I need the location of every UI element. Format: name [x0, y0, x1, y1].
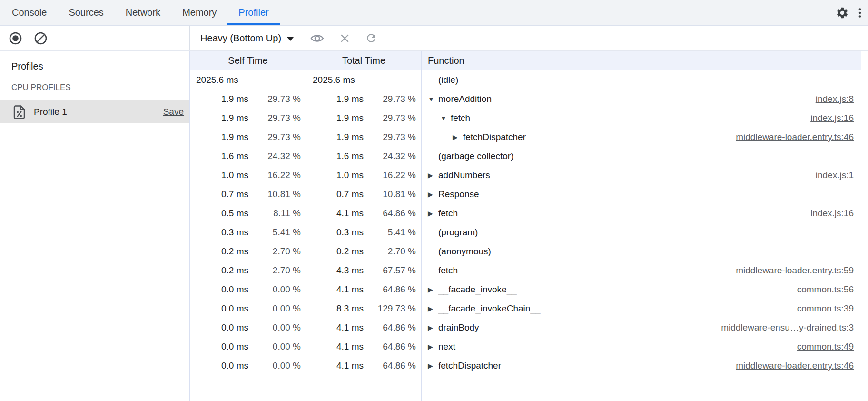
tree-expand-arrow-icon[interactable]: ▶: [428, 191, 438, 198]
tab-sources[interactable]: Sources: [58, 0, 114, 25]
self-time-ms: 0.0 ms: [190, 284, 248, 295]
self-time-percent: 16.22 %: [248, 170, 306, 180]
total-time-ms: 8.3 ms: [306, 303, 364, 314]
record-icon[interactable]: [9, 31, 22, 45]
source-location-link[interactable]: index.js:1: [816, 170, 861, 180]
source-location-link[interactable]: common.ts:56: [797, 284, 861, 295]
self-time-percent: 2.70 %: [248, 246, 306, 257]
table-row[interactable]: 1.9 ms 29.73 % 1.9 ms 29.73 % ▶ fetchDis…: [190, 128, 861, 147]
table-row[interactable]: 2025.6 ms 2025.6 ms (idle): [190, 70, 861, 90]
self-time-cell: 0.7 ms 10.81 %: [190, 185, 306, 204]
function-cell: (idle): [422, 70, 861, 90]
clear-icon[interactable]: [34, 31, 48, 45]
tree-expand-arrow-icon[interactable]: ▶: [428, 286, 438, 293]
table-row[interactable]: 0.0 ms 0.00 % 4.1 ms 64.86 % ▶ __facade_…: [190, 280, 861, 299]
total-time-percent: 64.86 %: [364, 284, 421, 295]
source-location-link[interactable]: index.js:16: [810, 113, 861, 123]
function-name: (idle): [438, 75, 458, 85]
source-location-link[interactable]: common.ts:49: [797, 341, 861, 352]
table-row[interactable]: 0.0 ms 0.00 % 8.3 ms 129.73 % ▶ __facade…: [190, 299, 861, 318]
table-row[interactable]: 0.7 ms 10.81 % 0.7 ms 10.81 % ▶ Response: [190, 185, 861, 204]
total-time-percent: 2.70 %: [364, 246, 421, 257]
tree-expand-arrow-icon[interactable]: ▶: [428, 324, 438, 331]
tab-profiler[interactable]: Profiler: [227, 0, 279, 25]
source-location-link[interactable]: index.js:16: [810, 208, 861, 219]
tree-expand-arrow-icon[interactable]: ▶: [428, 305, 438, 312]
self-time-cell: 1.6 ms 24.32 %: [190, 147, 306, 166]
profile-item-selected[interactable]: Profile 1 Save: [0, 100, 189, 123]
focus-eye-icon[interactable]: [310, 32, 325, 44]
profiler-record-controls: [0, 26, 190, 50]
total-time-percent: 29.73 %: [364, 113, 421, 123]
tab-memory[interactable]: Memory: [171, 0, 227, 25]
function-cell: (program): [422, 223, 861, 242]
function-cell: (anonymous): [422, 242, 861, 261]
profiles-sidebar: Profiles CPU PROFILES Profile 1 Save: [0, 51, 190, 401]
settings-gear-icon[interactable]: [833, 3, 852, 22]
tree-expand-arrow-icon[interactable]: ▶: [428, 362, 438, 369]
cpu-profiles-section-label: CPU PROFILES: [0, 75, 189, 96]
tree-expand-arrow-icon[interactable]: ▶: [453, 134, 463, 140]
tree-expand-arrow-icon[interactable]: ▼: [440, 115, 451, 121]
self-time-ms: 0.0 ms: [190, 341, 248, 352]
function-cell: ▶ next common.ts:49: [422, 337, 861, 356]
table-row[interactable]: 0.0 ms 0.00 % 4.1 ms 64.86 % ▶ drainBody…: [190, 318, 861, 337]
grid-filler: [190, 375, 861, 401]
column-header-self-time[interactable]: Self Time: [190, 51, 306, 70]
self-time-ms: 2025.6 ms: [196, 75, 238, 85]
function-name: next: [438, 341, 455, 352]
source-location-link[interactable]: index.js:8: [816, 94, 861, 104]
total-time-cell: 4.1 ms 64.86 %: [306, 204, 422, 223]
function-cell: ▶ drainBody middleware-ensu…y-drained.ts…: [422, 318, 861, 337]
table-row[interactable]: 0.0 ms 0.00 % 4.1 ms 64.86 % ▶ next comm…: [190, 337, 861, 356]
table-row[interactable]: 1.6 ms 24.32 % 1.6 ms 24.32 % (garbage c…: [190, 147, 861, 166]
function-name: __facade_invoke__: [438, 284, 517, 295]
table-row[interactable]: 0.3 ms 5.41 % 0.3 ms 5.41 % (program): [190, 223, 861, 242]
total-time-cell: 1.6 ms 24.32 %: [306, 147, 422, 166]
view-mode-dropdown[interactable]: Heavy (Bottom Up): [200, 33, 294, 44]
tree-expand-arrow-icon[interactable]: ▼: [428, 96, 438, 102]
self-time-ms: 0.5 ms: [190, 208, 248, 219]
devtools-tabbar: Console Sources Network Memory Profiler: [0, 0, 868, 26]
total-time-ms: 4.1 ms: [306, 322, 364, 333]
function-name: __facade_invokeChain__: [438, 303, 540, 314]
tab-network[interactable]: Network: [115, 0, 171, 25]
more-menu-icon[interactable]: [852, 3, 868, 22]
source-location-link[interactable]: middleware-loader.entry.ts:59: [736, 265, 861, 276]
table-row[interactable]: 1.9 ms 29.73 % 1.9 ms 29.73 % ▼ fetch in…: [190, 109, 861, 128]
exclude-close-icon[interactable]: [339, 32, 351, 44]
total-time-ms: 4.3 ms: [306, 265, 364, 276]
self-time-cell: 2025.6 ms: [190, 70, 306, 90]
self-time-percent: 0.00 %: [248, 322, 306, 333]
tree-expand-arrow-icon[interactable]: ▶: [428, 210, 438, 217]
save-profile-link[interactable]: Save: [163, 107, 184, 117]
table-row[interactable]: 0.2 ms 2.70 % 0.2 ms 2.70 % (anonymous): [190, 242, 861, 261]
profiler-view-controls: Heavy (Bottom Up): [190, 26, 868, 50]
tree-expand-arrow-icon[interactable]: ▶: [428, 172, 438, 179]
chevron-down-icon: [287, 37, 294, 41]
tab-console[interactable]: Console: [1, 0, 58, 25]
table-row[interactable]: 0.2 ms 2.70 % 4.3 ms 67.57 % fetch middl…: [190, 261, 861, 280]
total-time-cell: 4.1 ms 64.86 %: [306, 318, 422, 337]
column-header-function[interactable]: Function: [422, 51, 861, 70]
source-location-link[interactable]: middleware-ensu…y-drained.ts:3: [721, 322, 861, 333]
total-time-ms: 1.6 ms: [306, 151, 364, 161]
function-cell: ▶ __facade_invoke__ common.ts:56: [422, 280, 861, 299]
self-time-cell: 0.0 ms 0.00 %: [190, 318, 306, 337]
column-header-total-time[interactable]: Total Time: [306, 51, 422, 70]
self-time-percent: 0.00 %: [248, 303, 306, 314]
table-row[interactable]: 1.0 ms 16.22 % 1.0 ms 16.22 % ▶ addNumbe…: [190, 166, 861, 185]
total-time-cell: 1.9 ms 29.73 %: [306, 90, 422, 109]
table-row[interactable]: 0.5 ms 8.11 % 4.1 ms 64.86 % ▶ fetch ind…: [190, 204, 861, 223]
tree-expand-arrow-icon[interactable]: ▶: [428, 343, 438, 350]
function-cell: ▶ __facade_invokeChain__ common.ts:39: [422, 299, 861, 318]
total-time-ms: 4.1 ms: [306, 361, 364, 371]
self-time-ms: 0.0 ms: [190, 322, 248, 333]
self-time-percent: 0.00 %: [248, 361, 306, 371]
source-location-link[interactable]: middleware-loader.entry.ts:46: [736, 361, 861, 371]
restore-refresh-icon[interactable]: [365, 32, 377, 44]
table-row[interactable]: 1.9 ms 29.73 % 1.9 ms 29.73 % ▼ moreAddi…: [190, 90, 861, 109]
source-location-link[interactable]: middleware-loader.entry.ts:46: [736, 132, 861, 142]
table-row[interactable]: 0.0 ms 0.00 % 4.1 ms 64.86 % ▶ fetchDisp…: [190, 356, 861, 375]
source-location-link[interactable]: common.ts:39: [797, 303, 861, 314]
